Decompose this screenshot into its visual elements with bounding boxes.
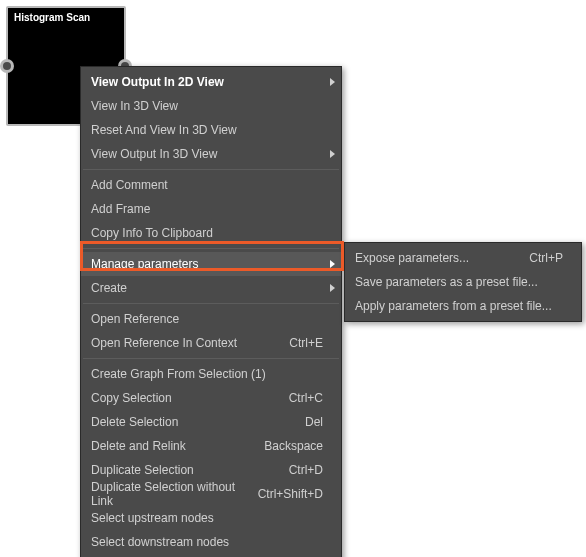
menu-shortcut: Ctrl+Shift+D — [258, 487, 323, 501]
menu-copy-selection[interactable]: Copy Selection Ctrl+C — [81, 386, 341, 410]
menu-expose-parameters[interactable]: Expose parameters... Ctrl+P — [345, 246, 581, 270]
menu-manage-parameters[interactable]: Manage parameters — [81, 252, 341, 276]
submenu-arrow-icon — [330, 78, 335, 86]
menu-shortcut: Backspace — [264, 439, 323, 453]
menu-label: View Output In 2D View — [91, 75, 323, 89]
menu-label: Expose parameters... — [355, 251, 517, 265]
menu-view-output-3d[interactable]: View Output In 3D View — [81, 142, 341, 166]
menu-select-upstream[interactable]: Select upstream nodes — [81, 506, 341, 530]
menu-label: View In 3D View — [91, 99, 323, 113]
menu-separator — [83, 303, 339, 304]
menu-copy-info[interactable]: Copy Info To Clipboard — [81, 221, 341, 245]
menu-duplicate-nolink[interactable]: Duplicate Selection without Link Ctrl+Sh… — [81, 482, 341, 506]
menu-label: Add Comment — [91, 178, 323, 192]
submenu-arrow-icon — [330, 284, 335, 292]
menu-shortcut: Ctrl+P — [529, 251, 563, 265]
submenu-arrow-icon — [330, 150, 335, 158]
menu-separator — [83, 358, 339, 359]
menu-view-3d[interactable]: View In 3D View — [81, 94, 341, 118]
menu-create-graph[interactable]: Create Graph From Selection (1) — [81, 362, 341, 386]
menu-label: Select downstream nodes — [91, 535, 323, 549]
node-input-port[interactable] — [0, 59, 14, 73]
menu-label: View Output In 3D View — [91, 147, 323, 161]
menu-create[interactable]: Create — [81, 276, 341, 300]
menu-view-output-2d[interactable]: View Output In 2D View — [81, 70, 341, 94]
menu-label: Create — [91, 281, 323, 295]
menu-label: Copy Selection — [91, 391, 277, 405]
menu-shortcut: Del — [305, 415, 323, 429]
menu-label: Apply parameters from a preset file... — [355, 299, 563, 313]
submenu-arrow-icon — [330, 260, 335, 268]
menu-label: Duplicate Selection without Link — [91, 480, 246, 508]
menu-add-frame[interactable]: Add Frame — [81, 197, 341, 221]
menu-shortcut: Ctrl+C — [289, 391, 323, 405]
menu-select-downstream[interactable]: Select downstream nodes — [81, 530, 341, 554]
menu-delete-relink[interactable]: Delete and Relink Backspace — [81, 434, 341, 458]
menu-label: Delete Selection — [91, 415, 293, 429]
menu-label: Duplicate Selection — [91, 463, 277, 477]
menu-label: Create Graph From Selection (1) — [91, 367, 323, 381]
menu-duplicate-selection[interactable]: Duplicate Selection Ctrl+D — [81, 458, 341, 482]
menu-label: Save parameters as a preset file... — [355, 275, 563, 289]
menu-label: Reset And View In 3D View — [91, 123, 323, 137]
menu-label: Add Frame — [91, 202, 323, 216]
menu-shortcut: Ctrl+D — [289, 463, 323, 477]
menu-shortcut: Ctrl+E — [289, 336, 323, 350]
menu-open-reference-context[interactable]: Open Reference In Context Ctrl+E — [81, 331, 341, 355]
menu-add-comment[interactable]: Add Comment — [81, 173, 341, 197]
context-menu: View Output In 2D View View In 3D View R… — [80, 66, 342, 557]
menu-label: Copy Info To Clipboard — [91, 226, 323, 240]
menu-label: Delete and Relink — [91, 439, 252, 453]
menu-save-parameters-preset[interactable]: Save parameters as a preset file... — [345, 270, 581, 294]
menu-label: Select upstream nodes — [91, 511, 323, 525]
menu-apply-parameters-preset[interactable]: Apply parameters from a preset file... — [345, 294, 581, 318]
menu-label: Open Reference — [91, 312, 323, 326]
menu-separator — [83, 248, 339, 249]
menu-open-reference[interactable]: Open Reference — [81, 307, 341, 331]
node-title: Histogram Scan — [8, 8, 124, 27]
menu-label: Manage parameters — [91, 257, 323, 271]
menu-reset-view-3d[interactable]: Reset And View In 3D View — [81, 118, 341, 142]
menu-label: Open Reference In Context — [91, 336, 277, 350]
menu-separator — [83, 169, 339, 170]
manage-parameters-submenu: Expose parameters... Ctrl+P Save paramet… — [344, 242, 582, 322]
menu-delete-selection[interactable]: Delete Selection Del — [81, 410, 341, 434]
